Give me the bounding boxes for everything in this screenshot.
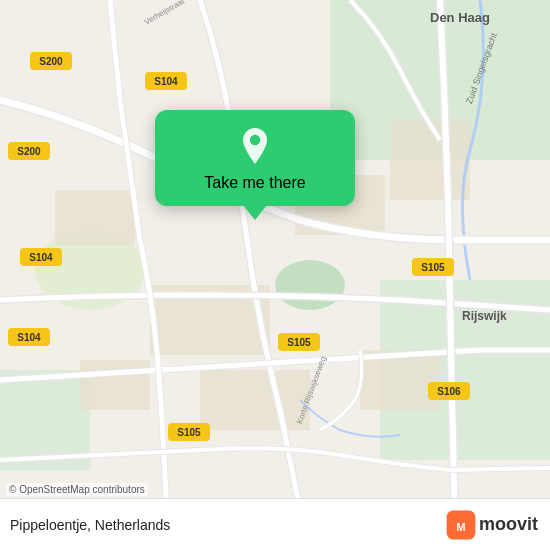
svg-text:S200: S200 xyxy=(39,56,63,67)
popup-label: Take me there xyxy=(204,174,305,192)
svg-text:Verheijstraat: Verheijstraat xyxy=(143,0,187,27)
svg-rect-8 xyxy=(390,120,470,200)
svg-text:S104: S104 xyxy=(29,252,53,263)
moovit-icon: M xyxy=(445,509,477,541)
svg-text:S104: S104 xyxy=(154,76,178,87)
moovit-logo-text: moovit xyxy=(479,514,538,535)
svg-text:Rijswijk: Rijswijk xyxy=(462,309,507,323)
svg-text:S200: S200 xyxy=(17,146,41,157)
svg-text:S105: S105 xyxy=(421,262,445,273)
map-svg: S200 S200 S104 S104 S104 S105 S105 S105 … xyxy=(0,0,550,550)
moovit-logo: M moovit xyxy=(445,509,538,541)
osm-attribution: © OpenStreetMap contributors xyxy=(6,483,148,496)
map-container[interactable]: S200 S200 S104 S104 S104 S105 S105 S105 … xyxy=(0,0,550,550)
svg-text:S106: S106 xyxy=(437,386,461,397)
svg-rect-11 xyxy=(80,360,150,410)
popup[interactable]: Take me there xyxy=(155,110,355,206)
svg-text:M: M xyxy=(456,520,465,532)
svg-text:S105: S105 xyxy=(287,337,311,348)
svg-text:S104: S104 xyxy=(17,332,41,343)
svg-point-35 xyxy=(250,135,260,145)
location-name: Pippeloentje, Netherlands xyxy=(10,517,170,533)
svg-point-4 xyxy=(275,260,345,310)
bottom-bar: Pippeloentje, Netherlands M moovit xyxy=(0,498,550,550)
location-pin-icon xyxy=(237,128,273,164)
svg-text:S105: S105 xyxy=(177,427,201,438)
svg-text:Den Haag: Den Haag xyxy=(430,10,490,25)
svg-rect-5 xyxy=(55,190,135,245)
svg-rect-9 xyxy=(200,370,310,430)
